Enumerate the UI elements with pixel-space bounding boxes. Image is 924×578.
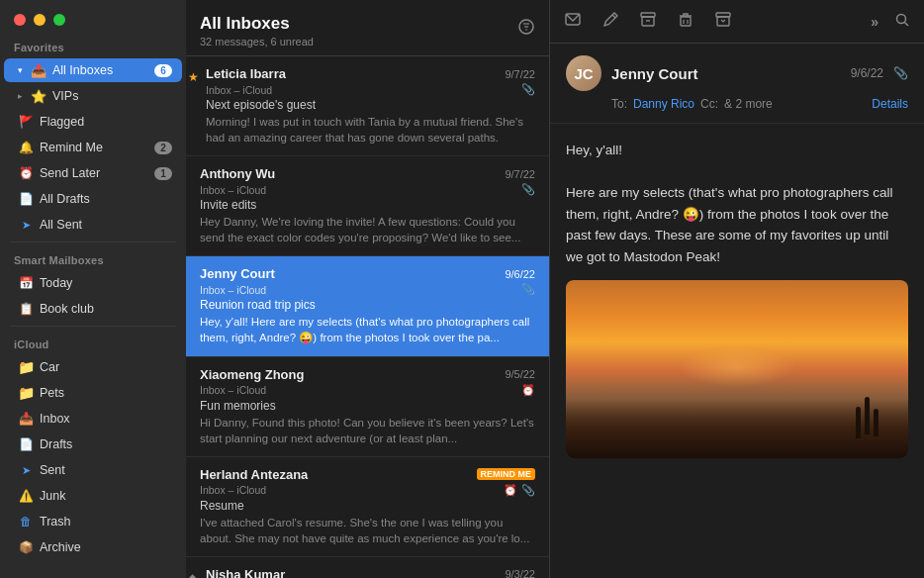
trash-icon[interactable]: [677, 11, 694, 33]
filter-icon[interactable]: [517, 18, 535, 40]
to-name[interactable]: Danny Rico: [633, 97, 694, 111]
email-sender: Jenny Court: [200, 266, 497, 281]
sidebar-item-all-inboxes[interactable]: ▾ 📥 All Inboxes 6: [4, 58, 182, 82]
chevron-icon: ▸: [18, 91, 23, 101]
sidebar-item-pets[interactable]: 📁 Pets: [4, 381, 182, 405]
email-meta: Inbox – iCloud ⏰: [200, 384, 535, 397]
trash-icon: 🗑: [18, 514, 34, 530]
detail-to-row: To: Danny Rico Cc: & 2 more Details: [566, 97, 908, 111]
details-link[interactable]: Details: [872, 97, 908, 111]
favorites-label: Favorites: [0, 34, 186, 57]
email-date: 9/3/22: [505, 568, 535, 578]
email-sender: Nisha Kumar: [206, 567, 497, 578]
clock-icon: ⏰: [504, 484, 517, 497]
sidebar-item-today[interactable]: 📅 Today: [4, 271, 182, 295]
email-preview: Hey, y'all! Here are my selects (that's …: [200, 314, 535, 345]
sunset-glow: [678, 347, 796, 387]
sidebar-item-all-sent[interactable]: ➤ All Sent: [4, 213, 182, 237]
inbox-badge: 6: [154, 64, 172, 77]
sidebar-item-sent-icloud[interactable]: ➤ Sent: [4, 458, 182, 482]
flag-icon: 🚩: [18, 114, 34, 130]
archive-icon: 📦: [18, 539, 34, 555]
detail-attachment-icon: 📎: [893, 66, 908, 80]
divider: [10, 241, 176, 242]
sidebar-item-label: Car: [40, 360, 172, 374]
cc-label: Cc:: [700, 97, 718, 111]
email-item-jenny[interactable]: Jenny Court 9/6/22 Inbox – iCloud 📎 Reun…: [186, 256, 549, 356]
email-list-subtitle: 32 messages, 6 unread: [200, 36, 314, 48]
sidebar-item-label: All Sent: [40, 218, 172, 232]
sidebar-item-book-club[interactable]: 📋 Book club: [4, 297, 182, 321]
email-detail-panel: » JC Jenny Court 9/6/22 📎: [550, 0, 924, 578]
inbox-icon: 📥: [18, 411, 34, 427]
star-icon: ★: [188, 70, 199, 84]
list-icon: 📋: [18, 301, 34, 317]
email-subject: Invite edits: [200, 198, 535, 212]
detail-sender-name: Jenny Court: [611, 65, 851, 82]
sidebar-item-inbox-icloud[interactable]: 📥 Inbox: [4, 407, 182, 431]
window-controls: [0, 0, 186, 34]
email-date: 9/7/22: [505, 68, 535, 80]
junk-icon: ⚠️: [18, 488, 34, 504]
detail-header: JC Jenny Court 9/6/22 📎 To: Danny Rico C…: [550, 44, 924, 124]
email-preview: Hi Danny, Found this photo! Can you beli…: [200, 415, 535, 446]
email-subject: Next episode's guest: [206, 98, 535, 112]
email-meta: Inbox – iCloud 📎: [206, 83, 535, 96]
sidebar-item-archive[interactable]: 📦 Archive: [4, 535, 182, 559]
email-list-header: All Inboxes 32 messages, 6 unread: [186, 0, 549, 56]
move-to-icon[interactable]: [714, 11, 732, 33]
remind-me-badge: REMIND ME: [477, 468, 536, 480]
archive-icon[interactable]: [639, 11, 657, 33]
minimize-button[interactable]: [34, 14, 46, 26]
sidebar-item-label: Junk: [40, 489, 172, 503]
email-item-xiaomeng[interactable]: Xiaomeng Zhong 9/5/22 Inbox – iCloud ⏰ F…: [186, 357, 549, 457]
sidebar-item-remind-me[interactable]: 🔔 Remind Me 2: [4, 136, 182, 159]
sidebar-item-trash[interactable]: 🗑 Trash: [4, 510, 182, 533]
new-compose-icon[interactable]: [601, 11, 619, 33]
sidebar-item-junk[interactable]: ⚠️ Junk: [4, 484, 182, 508]
email-item-herland[interactable]: Herland Antezana REMIND ME Inbox – iClou…: [186, 457, 549, 557]
attachment-icon: 📎: [521, 283, 535, 296]
sidebar-item-send-later[interactable]: ⏰ Send Later 1: [4, 161, 182, 185]
sent-icon: ➤: [18, 462, 34, 478]
sidebar-item-flagged[interactable]: 🚩 Flagged: [4, 110, 182, 134]
sidebar-item-label: VIPs: [52, 89, 172, 103]
email-source: Inbox – iCloud: [200, 384, 266, 396]
email-date: 9/5/22: [505, 368, 535, 380]
email-item-anthony[interactable]: Anthony Wu 9/7/22 Inbox – iCloud 📎 Invit…: [186, 156, 549, 256]
landscape-photo: [566, 280, 908, 458]
clock-icon: ⏰: [521, 384, 535, 397]
close-button[interactable]: [14, 14, 26, 26]
svg-rect-9: [681, 17, 691, 26]
svg-line-5: [612, 15, 615, 18]
detail-date: 9/6/22: [851, 66, 883, 80]
search-icon[interactable]: [894, 12, 910, 32]
sidebar-item-label: Drafts: [40, 437, 172, 451]
sidebar-item-vips[interactable]: ▸ ⭐ VIPs: [4, 84, 182, 108]
email-list-panel: All Inboxes 32 messages, 6 unread ★ Leti…: [186, 0, 550, 578]
folder-icon: 📁: [18, 385, 34, 401]
sidebar-item-label: All Inboxes: [52, 63, 148, 77]
sidebar-item-drafts-icloud[interactable]: 📄 Drafts: [4, 433, 182, 456]
detail-toolbar: »: [550, 0, 924, 44]
sidebar-item-label: Flagged: [40, 115, 172, 129]
maximize-button[interactable]: [53, 14, 65, 26]
sent-icon: ➤: [18, 217, 34, 233]
sidebar-item-all-drafts[interactable]: 📄 All Drafts: [4, 187, 182, 211]
email-image: [566, 280, 908, 458]
email-meta: Inbox – iCloud ⏰ 📎: [200, 484, 535, 497]
attachment-icon: 📎: [521, 484, 535, 497]
overflow-icon[interactable]: »: [871, 14, 878, 30]
sidebar-item-car[interactable]: 📁 Car: [4, 355, 182, 379]
email-source: Inbox – iCloud: [206, 84, 272, 96]
body-content: Here are my selects (that's what pro pho…: [566, 182, 908, 267]
email-list-title: All Inboxes: [200, 14, 314, 34]
email-subject: Resume: [200, 499, 535, 513]
inbox-icon: 📥: [31, 62, 46, 78]
compose-icon[interactable]: [564, 11, 582, 33]
email-sender: Herland Antezana: [200, 467, 477, 482]
email-item-nisha[interactable]: ◆ Nisha Kumar 9/3/22 Inbox – iCloud Neig…: [186, 557, 549, 578]
svg-line-15: [905, 22, 909, 26]
to-label: To:: [611, 97, 627, 111]
email-item-leticia[interactable]: ★ Leticia Ibarra 9/7/22 Inbox – iCloud 📎…: [186, 56, 549, 156]
